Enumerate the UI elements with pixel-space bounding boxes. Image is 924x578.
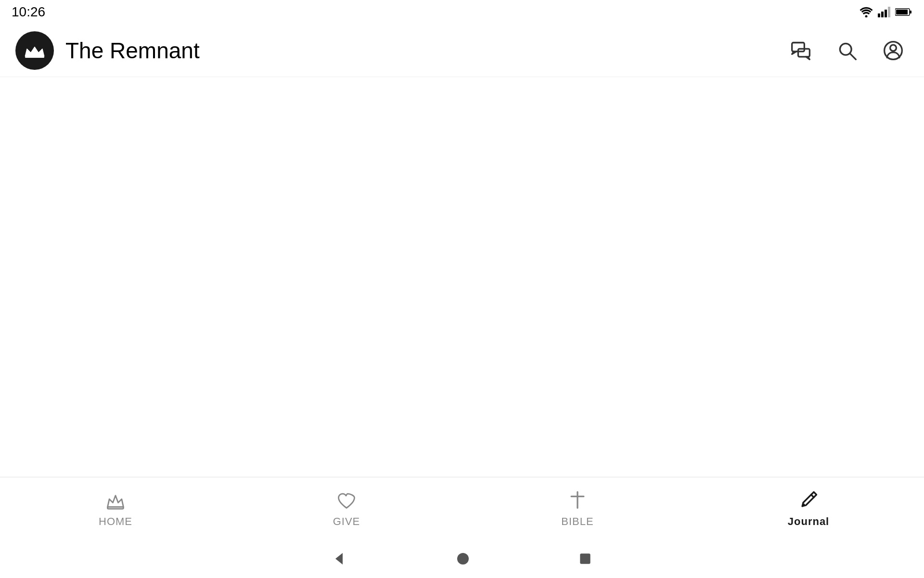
profile-icon [883,40,904,61]
nav-item-journal[interactable]: Journal [693,484,924,534]
recents-button[interactable] [578,551,593,566]
app-title: The Remnant [65,38,200,64]
nav-label-home: HOME [99,515,132,528]
app-bar: The Remnant [0,24,924,77]
wifi-icon [859,7,874,17]
nav-label-give: GIVE [333,515,360,528]
status-time: 10:26 [12,4,45,20]
android-home-button[interactable] [454,550,472,567]
signal-icon [878,7,891,17]
svg-rect-4 [888,7,890,17]
android-home-icon [454,550,472,567]
bottom-nav: HOME GIVE BIBLE Journal [0,477,924,539]
main-content [0,77,924,477]
svg-rect-20 [580,553,590,564]
svg-rect-7 [896,10,908,14]
app-logo[interactable] [15,31,54,70]
status-bar: 10:26 [0,0,924,24]
svg-rect-3 [885,10,887,17]
nav-item-bible[interactable]: BIBLE [462,484,693,534]
app-bar-actions [785,35,909,66]
svg-point-19 [457,553,469,565]
svg-point-14 [890,45,897,51]
chat-button[interactable] [785,35,816,66]
recents-icon [578,551,593,566]
svg-rect-15 [108,507,124,509]
svg-rect-6 [910,11,911,13]
battery-icon [895,8,912,16]
journal-icon [798,489,819,511]
back-icon [331,550,348,567]
nav-label-bible: BIBLE [561,515,593,528]
svg-rect-1 [878,13,880,17]
svg-marker-18 [335,553,343,565]
nav-item-give[interactable]: GIVE [231,484,462,534]
crown-icon [23,39,46,62]
android-nav [0,539,924,578]
bible-icon [567,489,588,511]
status-icons [859,7,912,17]
nav-label-journal: Journal [788,515,829,528]
nav-item-home[interactable]: HOME [0,484,231,534]
app-bar-left: The Remnant [15,31,200,70]
home-icon [105,489,126,511]
search-icon [836,40,858,61]
svg-point-0 [865,15,868,18]
search-button[interactable] [832,35,862,66]
svg-rect-2 [881,12,884,17]
give-icon [336,489,357,511]
back-button[interactable] [331,550,348,567]
svg-line-12 [850,53,856,59]
svg-rect-8 [25,56,44,58]
chat-icon [790,40,811,61]
profile-button[interactable] [878,35,909,66]
